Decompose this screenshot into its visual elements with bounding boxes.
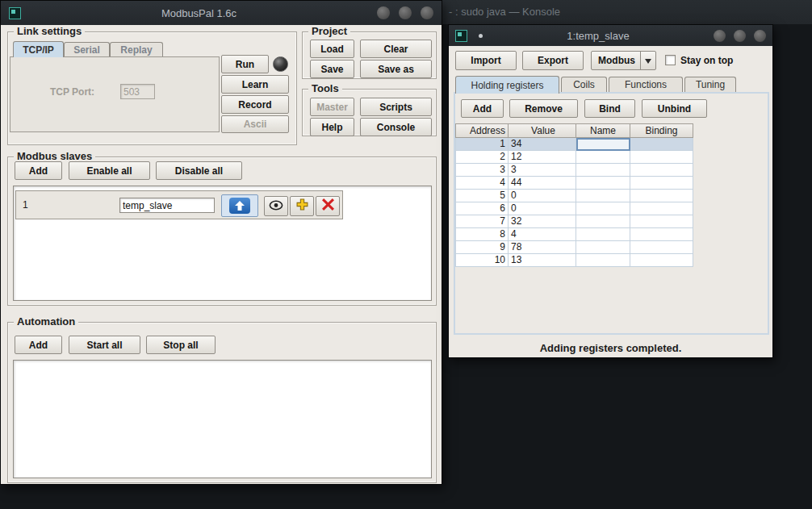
cell-binding[interactable] (630, 151, 693, 164)
protocol-combobox[interactable]: Modbus (591, 51, 656, 70)
slave-view-button[interactable] (264, 196, 288, 216)
cell-name[interactable] (576, 241, 630, 254)
modbuspal-titlebar[interactable]: ModbusPal 1.6c (1, 1, 442, 25)
tab-tcpip[interactable]: TCP/IP (13, 41, 64, 57)
cell-binding[interactable] (630, 190, 693, 202)
cell-name[interactable] (576, 228, 630, 241)
record-button[interactable]: Record (221, 95, 289, 114)
remove-register-button[interactable]: Remove (509, 99, 578, 118)
add-slave-button[interactable]: Add (15, 161, 62, 180)
table-row[interactable]: 978 (455, 241, 693, 254)
cell-address[interactable]: 6 (455, 202, 509, 215)
cell-address[interactable]: 2 (455, 151, 509, 164)
cell-binding[interactable] (630, 177, 693, 190)
slave-duplicate-button[interactable] (290, 196, 314, 216)
cell-value[interactable]: 32 (509, 215, 576, 228)
tab-serial[interactable]: Serial (64, 42, 110, 57)
tab-coils[interactable]: Coils (561, 77, 607, 92)
table-row[interactable]: 444 (455, 177, 693, 190)
cell-binding[interactable] (630, 241, 693, 254)
save-as-button[interactable]: Save as (360, 60, 432, 78)
table-row[interactable]: 1013 (455, 254, 693, 267)
add-automation-button[interactable]: Add (15, 336, 62, 354)
slave-minimize-button[interactable] (714, 30, 726, 42)
slave-maximize-button[interactable] (734, 30, 746, 42)
cell-address[interactable]: 10 (455, 254, 509, 267)
cell-value[interactable]: 13 (509, 254, 576, 267)
cell-name[interactable] (576, 151, 630, 164)
slave-panel[interactable]: 1 (15, 190, 343, 219)
start-all-button[interactable]: Start all (69, 336, 140, 354)
cell-value[interactable]: 3 (509, 164, 576, 177)
minimize-button[interactable] (377, 6, 390, 19)
cell-name[interactable] (576, 164, 630, 177)
col-header-binding[interactable]: Binding (630, 123, 693, 138)
cell-name[interactable] (576, 190, 630, 202)
col-header-address[interactable]: Address (455, 123, 509, 138)
table-row[interactable]: 134 (455, 138, 693, 151)
bind-button[interactable]: Bind (584, 99, 635, 118)
import-button[interactable]: Import (455, 51, 517, 70)
export-button[interactable]: Export (522, 51, 584, 70)
table-row[interactable]: 33 (455, 164, 693, 177)
table-row[interactable]: 50 (455, 190, 693, 202)
run-button[interactable]: Run (221, 55, 269, 73)
cell-binding[interactable] (630, 254, 693, 267)
stay-on-top-checkbox[interactable] (665, 55, 676, 65)
learn-button[interactable]: Learn (221, 75, 289, 94)
add-register-button[interactable]: Add (461, 99, 504, 118)
table-row[interactable]: 732 (455, 215, 693, 228)
cell-value[interactable]: 0 (509, 190, 576, 202)
save-button[interactable]: Save (310, 60, 354, 78)
cell-address[interactable]: 9 (455, 241, 509, 254)
cell-address[interactable]: 8 (455, 228, 509, 241)
cell-name[interactable] (576, 215, 630, 228)
unbind-button[interactable]: Unbind (642, 99, 707, 118)
slave-delete-button[interactable] (316, 196, 340, 216)
cell-address[interactable]: 7 (455, 215, 509, 228)
cell-address[interactable]: 1 (455, 138, 509, 151)
scripts-button[interactable]: Scripts (360, 98, 432, 116)
cell-binding[interactable] (630, 215, 693, 228)
clear-button[interactable]: Clear (360, 40, 432, 58)
disable-all-button[interactable]: Disable all (156, 161, 242, 180)
cell-name[interactable] (576, 254, 630, 267)
cell-name[interactable] (576, 138, 630, 151)
col-header-value[interactable]: Value (509, 123, 576, 138)
cell-name[interactable] (576, 177, 630, 190)
console-button[interactable]: Console (360, 118, 432, 136)
help-button[interactable]: Help (310, 118, 354, 136)
combo-arrow-button[interactable] (640, 52, 655, 69)
cell-value[interactable]: 12 (509, 151, 576, 164)
load-button[interactable]: Load (310, 40, 354, 58)
tab-holding-registers[interactable]: Holding registers (455, 76, 559, 94)
maximize-button[interactable] (399, 6, 412, 19)
cell-binding[interactable] (630, 228, 693, 241)
automation-list[interactable] (13, 360, 432, 478)
slave-enable-toggle-button[interactable] (221, 194, 258, 217)
tab-replay[interactable]: Replay (110, 42, 163, 57)
table-row[interactable]: 84 (455, 228, 693, 241)
cell-value[interactable]: 0 (509, 202, 576, 215)
cell-address[interactable]: 4 (455, 177, 509, 190)
cell-value[interactable]: 4 (509, 228, 576, 241)
cell-binding[interactable] (630, 202, 693, 215)
cell-binding[interactable] (630, 164, 693, 177)
stop-all-button[interactable]: Stop all (146, 336, 216, 354)
cell-address[interactable]: 5 (455, 190, 509, 202)
cell-value[interactable]: 78 (509, 241, 576, 254)
enable-all-button[interactable]: Enable all (69, 161, 150, 180)
slave-name-input[interactable] (119, 198, 215, 213)
close-button[interactable] (421, 6, 433, 19)
cell-binding[interactable] (630, 138, 693, 151)
cell-name[interactable] (576, 202, 630, 215)
tab-tuning[interactable]: Tuning (684, 77, 736, 92)
slave-titlebar[interactable]: 1:temp_slave (449, 25, 772, 46)
table-row[interactable]: 60 (455, 202, 693, 215)
tab-functions[interactable]: Functions (609, 77, 683, 92)
cell-value[interactable]: 34 (509, 138, 576, 151)
cell-value[interactable]: 44 (509, 177, 576, 190)
col-header-name[interactable]: Name (576, 123, 630, 138)
table-row[interactable]: 212 (455, 151, 693, 164)
cell-address[interactable]: 3 (455, 164, 509, 177)
